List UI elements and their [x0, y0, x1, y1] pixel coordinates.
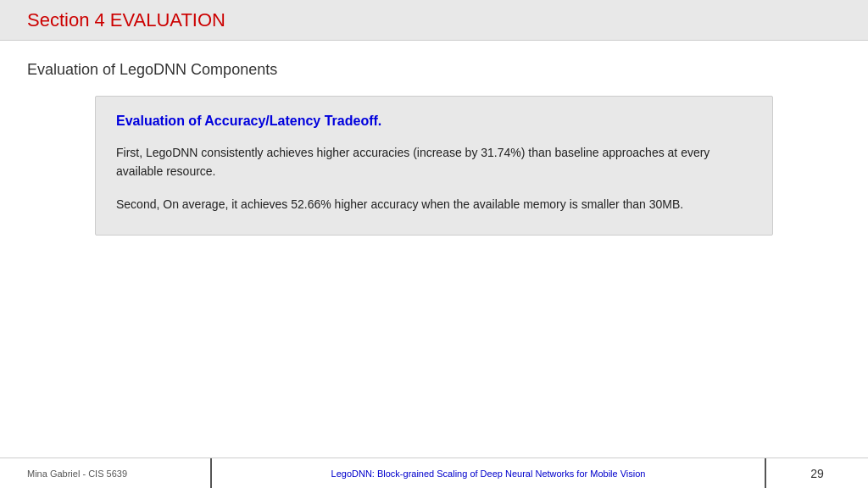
card-paragraph-2: Second, On average, it achieves 52.66% h…: [116, 196, 752, 214]
card-paragraph-1: First, LegoDNN consistently achieves hig…: [116, 144, 752, 180]
footer-author: Mina Gabriel - CIS 5639: [0, 458, 212, 488]
footer: Mina Gabriel - CIS 5639 LegoDNN: Block-g…: [0, 458, 868, 488]
main-content: Evaluation of LegoDNN Components Evaluat…: [0, 41, 868, 256]
evaluation-card: Evaluation of Accuracy/Latency Tradeoff.…: [95, 96, 773, 236]
footer-paper-title: LegoDNN: Block-grained Scaling of Deep N…: [212, 458, 766, 488]
page-title: Section 4 EVALUATION: [27, 9, 225, 31]
header-bar: Section 4 EVALUATION: [0, 0, 868, 41]
card-heading: Evaluation of Accuracy/Latency Tradeoff.: [116, 114, 752, 129]
section-subtitle: Evaluation of LegoDNN Components: [27, 61, 841, 79]
footer-page-number: 29: [766, 458, 868, 488]
